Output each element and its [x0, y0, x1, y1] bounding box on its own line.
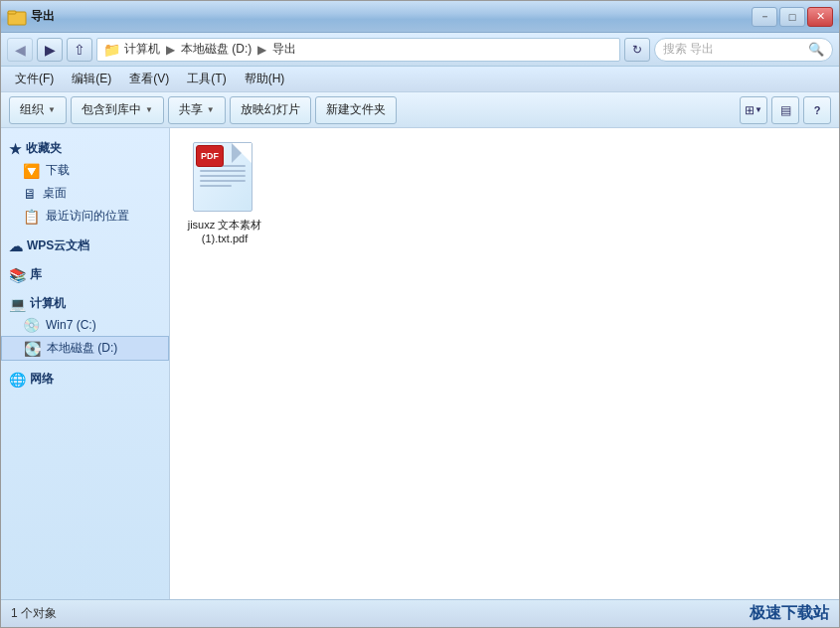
library-header: 📚 库 [1, 262, 169, 285]
wps-cloud-icon: ☁ [9, 238, 23, 254]
status-text: 1 个对象 [11, 605, 57, 622]
preview-icon: ▤ [780, 103, 791, 117]
watermark: 极速下载站 [750, 603, 829, 624]
sidebar-item-recent[interactable]: 📋 最近访问的位置 [1, 205, 169, 228]
window: 导出 － □ ✕ ◀ ▶ ⇧ 📁 计算机 ▶ 本地磁盘 (D:) ▶ 导出 ↻ … [0, 0, 840, 628]
path-part-3: 导出 [272, 41, 296, 58]
sidebar-item-desktop[interactable]: 🖥 桌面 [1, 182, 169, 205]
organize-button[interactable]: 组织 ▼ [9, 96, 67, 124]
file-grid: PDF jisuxz 文本素材(1).txt.pdf [180, 138, 829, 250]
maximize-button[interactable]: □ [779, 7, 805, 27]
chevron-2: ▶ [257, 43, 266, 57]
favorites-icon: ★ [9, 141, 22, 157]
favorites-section: ★ 收藏夹 🔽 下载 🖥 桌面 📋 最近访问的位置 [1, 136, 169, 228]
slideshow-button[interactable]: 放映幻灯片 [230, 96, 311, 124]
include-library-button[interactable]: 包含到库中 ▼ [71, 96, 164, 124]
toolbar: 组织 ▼ 包含到库中 ▼ 共享 ▼ 放映幻灯片 新建文件夹 ⊞ ▼ ▤ ? [1, 92, 839, 128]
search-icon[interactable]: 🔍 [808, 42, 824, 57]
pdf-lines [200, 165, 246, 190]
organize-arrow: ▼ [48, 105, 56, 114]
file-item-pdf[interactable]: PDF jisuxz 文本素材(1).txt.pdf [180, 138, 269, 250]
recent-icon: 📋 [23, 209, 40, 225]
title-bar-text: 导出 [31, 8, 750, 25]
pdf-badge: PDF [196, 145, 224, 167]
favorites-header: ★ 收藏夹 [1, 136, 169, 159]
network-header: 🌐 网络 [1, 367, 169, 390]
wps-section: ☁ WPS云文档 [1, 234, 169, 256]
file-area: PDF jisuxz 文本素材(1).txt.pdf [170, 128, 839, 599]
pdf-icon-container: PDF [193, 142, 256, 214]
c-drive-icon: 💿 [23, 317, 40, 333]
minimize-button[interactable]: － [752, 7, 777, 27]
path-part-1: 计算机 [124, 41, 160, 58]
sidebar: ★ 收藏夹 🔽 下载 🖥 桌面 📋 最近访问的位置 [1, 128, 170, 599]
library-section: 📚 库 [1, 262, 169, 285]
pdf-line-5 [200, 185, 232, 187]
view-dropdown-button[interactable]: ⊞ ▼ [740, 96, 767, 124]
menu-tools[interactable]: 工具(T) [179, 69, 234, 89]
d-drive-icon: 💽 [24, 341, 41, 357]
menu-view[interactable]: 查看(V) [121, 69, 177, 89]
sidebar-item-c-drive[interactable]: 💿 Win7 (C:) [1, 314, 169, 336]
pdf-line-3 [200, 175, 246, 177]
close-button[interactable]: ✕ [807, 7, 833, 27]
refresh-button[interactable]: ↻ [624, 38, 650, 62]
title-bar-icon [7, 7, 27, 27]
toolbar-right: ⊞ ▼ ▤ ? [740, 96, 831, 124]
pdf-line-2 [200, 170, 246, 172]
path-part-2: 本地磁盘 (D:) [181, 41, 252, 58]
forward-button[interactable]: ▶ [37, 38, 63, 62]
view-arrow: ▼ [755, 105, 762, 114]
folder-icon: 📁 [103, 42, 120, 58]
chevron-1: ▶ [166, 43, 175, 57]
title-bar: 导出 － □ ✕ [1, 1, 839, 33]
back-button[interactable]: ◀ [7, 38, 33, 62]
up-button[interactable]: ⇧ [67, 38, 92, 62]
pdf-page: PDF [193, 142, 252, 212]
wps-header: ☁ WPS云文档 [1, 234, 169, 256]
computer-icon: 💻 [9, 296, 26, 312]
view-icon: ⊞ [745, 103, 755, 117]
help-icon: ? [814, 104, 821, 116]
search-placeholder: 搜索 导出 [663, 41, 804, 58]
address-bar: ◀ ▶ ⇧ 📁 计算机 ▶ 本地磁盘 (D:) ▶ 导出 ↻ 搜索 导出 🔍 [1, 33, 839, 67]
svg-rect-1 [8, 11, 16, 14]
main-area: ★ 收藏夹 🔽 下载 🖥 桌面 📋 最近访问的位置 [1, 128, 839, 599]
menu-edit[interactable]: 编辑(E) [64, 69, 119, 89]
share-arrow: ▼ [207, 105, 215, 114]
library-icon: 📚 [9, 267, 26, 283]
include-arrow: ▼ [145, 105, 153, 114]
pdf-line-4 [200, 180, 246, 182]
desktop-icon: 🖥 [23, 186, 37, 202]
status-bar: 1 个对象 极速下载站 [1, 599, 839, 627]
download-icon: 🔽 [23, 163, 40, 179]
address-field[interactable]: 📁 计算机 ▶ 本地磁盘 (D:) ▶ 导出 [96, 38, 620, 62]
share-button[interactable]: 共享 ▼ [168, 96, 226, 124]
file-name: jisuxz 文本素材(1).txt.pdf [184, 218, 265, 246]
menu-bar: 文件(F) 编辑(E) 查看(V) 工具(T) 帮助(H) [1, 67, 839, 92]
help-button[interactable]: ? [803, 96, 831, 124]
network-section: 🌐 网络 [1, 367, 169, 390]
menu-help[interactable]: 帮助(H) [237, 69, 293, 89]
menu-file[interactable]: 文件(F) [7, 69, 62, 89]
computer-header: 💻 计算机 [1, 291, 169, 314]
sidebar-item-d-drive[interactable]: 💽 本地磁盘 (D:) [1, 336, 169, 361]
preview-pane-button[interactable]: ▤ [771, 96, 799, 124]
sidebar-item-download[interactable]: 🔽 下载 [1, 159, 169, 182]
network-icon: 🌐 [9, 372, 26, 388]
computer-section: 💻 计算机 💿 Win7 (C:) 💽 本地磁盘 (D:) [1, 291, 169, 361]
new-folder-button[interactable]: 新建文件夹 [315, 96, 397, 124]
search-box[interactable]: 搜索 导出 🔍 [654, 38, 833, 62]
